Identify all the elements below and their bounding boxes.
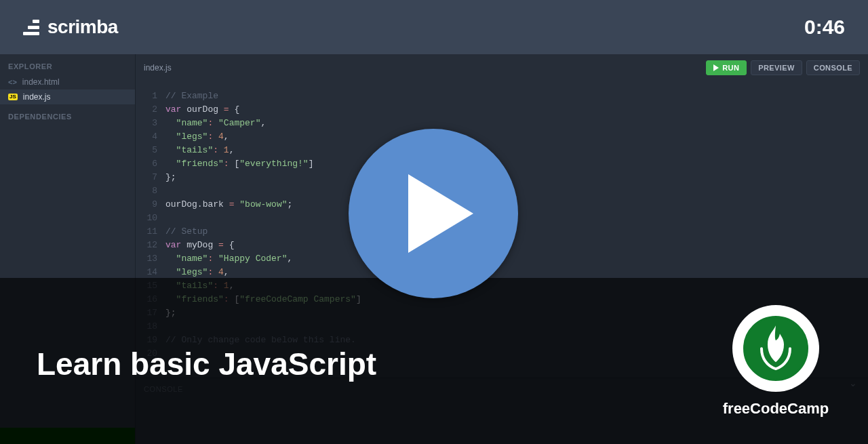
file-name: index.html <box>22 77 60 87</box>
line-number: 16 <box>136 293 165 306</box>
org-name: freeCodeCamp <box>723 400 829 418</box>
sidebar-footer-strip <box>0 428 135 444</box>
code-line: 14 "legs": 4, <box>136 266 868 279</box>
line-number: 19 <box>136 334 165 347</box>
code-line: 4 "legs": 4, <box>136 130 868 144</box>
line-number: 12 <box>136 239 165 252</box>
line-number: 9 <box>136 198 165 211</box>
code-line: 3 "name": "Camper", <box>136 117 868 130</box>
console-button-label: CONSOLE <box>814 64 852 72</box>
code-content: "tails": 1, <box>165 144 234 157</box>
line-number: 14 <box>136 266 165 279</box>
play-icon <box>713 64 719 71</box>
code-content: "legs": 4, <box>165 266 229 279</box>
js-file-icon: JS <box>8 94 18 100</box>
line-number: 6 <box>136 157 165 171</box>
code-content: "friends": ["everything!"] <box>165 157 313 171</box>
line-number: 5 <box>136 144 165 157</box>
code-line: 2var ourDog = { <box>136 103 868 117</box>
code-content: ourDog.bark = "bow-wow"; <box>165 198 292 211</box>
code-content: "name": "Camper", <box>165 117 266 130</box>
line-number: 15 <box>136 279 165 293</box>
line-number: 4 <box>136 130 165 144</box>
code-content: "tails": 1, <box>165 279 234 293</box>
line-number: 2 <box>136 103 165 117</box>
editor-tab-title[interactable]: index.js <box>144 63 172 73</box>
run-button[interactable]: RUN <box>706 60 747 75</box>
line-number: 17 <box>136 306 165 320</box>
code-content: // Only change code below this line. <box>165 334 356 347</box>
code-line: 15 "tails": 1, <box>136 279 868 293</box>
code-content: "name": "Happy Coder", <box>165 252 292 266</box>
run-button-label: RUN <box>722 64 739 72</box>
line-number: 10 <box>136 211 165 225</box>
course-author[interactable]: freeCodeCamp <box>715 305 837 418</box>
file-item-index-html[interactable]: <>index.html <box>0 75 135 89</box>
code-content: }; <box>165 171 176 184</box>
code-content: // Setup <box>165 225 208 239</box>
preview-button[interactable]: PREVIEW <box>751 60 802 75</box>
code-content: "friends": ["freeCodeCamp Campers"] <box>165 293 361 306</box>
preview-button-label: PREVIEW <box>758 64 795 72</box>
line-number: 7 <box>136 171 165 184</box>
code-content: var ourDog = { <box>165 103 239 117</box>
code-content: // Example <box>165 89 218 103</box>
code-line: 1// Example <box>136 89 868 103</box>
dependencies-heading: DEPENDENCIES <box>0 104 135 125</box>
brand[interactable]: scrimba <box>23 16 118 38</box>
brand-name: scrimba <box>47 16 118 38</box>
flame-icon <box>756 323 795 370</box>
lesson-title: Learn basic JavaScript <box>37 346 376 382</box>
chevron-down-icon[interactable]: ⌄ <box>849 378 857 388</box>
scrimba-logo-icon <box>23 20 39 35</box>
code-content: var myDog = { <box>165 239 234 252</box>
console-button[interactable]: CONSOLE <box>806 60 860 75</box>
code-line: 16 "friends": ["freeCodeCamp Campers"] <box>136 293 868 306</box>
play-icon <box>408 174 473 253</box>
line-number: 8 <box>136 184 165 198</box>
line-number: 3 <box>136 117 165 130</box>
freecodecamp-badge <box>732 305 819 392</box>
line-number: 18 <box>136 320 165 334</box>
line-number: 1 <box>136 89 165 103</box>
sidebar: EXPLORER <>index.htmlJSindex.js DEPENDEN… <box>0 54 136 444</box>
code-content: "legs": 4, <box>165 130 229 144</box>
play-video-button[interactable] <box>349 129 518 298</box>
file-name: index.js <box>23 92 51 102</box>
code-content: }; <box>165 306 176 320</box>
line-number: 11 <box>136 225 165 239</box>
line-number: 13 <box>136 252 165 266</box>
code-line: 5 "tails": 1, <box>136 144 868 157</box>
html-file-icon: <> <box>8 78 17 86</box>
file-item-index-js[interactable]: JSindex.js <box>0 89 135 104</box>
explorer-heading: EXPLORER <box>0 54 135 75</box>
video-timestamp: 0:46 <box>804 16 845 39</box>
